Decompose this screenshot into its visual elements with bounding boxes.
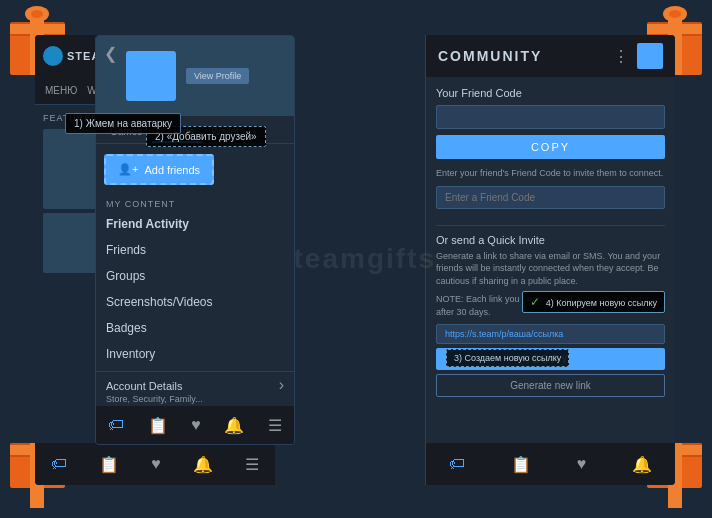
- community-menu-icon[interactable]: ⋮: [613, 47, 629, 66]
- community-bottom-nav: 🏷 📋 ♥ 🔔: [426, 443, 675, 485]
- svg-point-11: [669, 10, 681, 18]
- profile-avatar: [126, 51, 176, 101]
- menu-item-inventory[interactable]: Inventory: [96, 341, 294, 367]
- add-friends-label: Add friends: [144, 164, 200, 176]
- svg-rect-9: [647, 24, 702, 34]
- account-arrow-icon: ›: [279, 376, 284, 394]
- profile-bnav-menu[interactable]: ☰: [268, 416, 282, 435]
- bottom-nav-tag-icon[interactable]: 🏷: [51, 455, 67, 473]
- svg-point-4: [25, 6, 49, 22]
- menu-item-friend-activity[interactable]: Friend Activity: [96, 211, 294, 237]
- svg-point-10: [663, 6, 687, 22]
- menu-item-badges[interactable]: Badges: [96, 315, 294, 341]
- add-friends-icon: 👤+: [118, 163, 138, 176]
- svg-rect-7: [647, 22, 702, 36]
- bottom-nav-heart-icon[interactable]: ♥: [151, 455, 161, 473]
- friend-code-helper-text: Enter your friend's Friend Code to invit…: [436, 167, 665, 180]
- friend-code-display-input[interactable]: [436, 105, 665, 129]
- profile-bnav-tag[interactable]: 🏷: [108, 416, 124, 434]
- profile-bnav-bell[interactable]: 🔔: [224, 416, 244, 435]
- bottom-nav-list-icon[interactable]: 📋: [99, 455, 119, 474]
- community-bnav-bell[interactable]: 🔔: [632, 455, 652, 474]
- menu-item-groups[interactable]: Groups: [96, 263, 294, 289]
- quick-invite-text: Generate a link to share via email or SM…: [436, 250, 665, 288]
- menu-item-friends[interactable]: Friends: [96, 237, 294, 263]
- community-bnav-list[interactable]: 📋: [511, 455, 531, 474]
- profile-bnav-list[interactable]: 📋: [148, 416, 168, 435]
- community-bnav-tag[interactable]: 🏷: [449, 455, 465, 473]
- step1-tooltip: 1) Жмем на аватарку: [65, 113, 181, 134]
- step4-tooltip: ✓ 4) Копируем новую ссылку: [522, 291, 665, 313]
- svg-point-5: [31, 10, 43, 18]
- community-content: Your Friend Code COPY Enter your friend'…: [426, 77, 675, 443]
- bottom-nav-bell-icon[interactable]: 🔔: [193, 455, 213, 474]
- steam-logo-icon: [43, 46, 63, 66]
- my-content-label: MY CONTENT: [96, 195, 294, 211]
- svg-rect-3: [10, 24, 65, 34]
- community-bnav-heart[interactable]: ♥: [577, 455, 587, 473]
- friend-code-section-label: Your Friend Code: [436, 87, 665, 99]
- checkmark-icon: ✓: [530, 295, 540, 309]
- quick-invite-label: Or send a Quick Invite: [436, 234, 665, 246]
- generate-link-button[interactable]: Generate new link: [436, 374, 665, 397]
- invite-link-input[interactable]: [436, 324, 665, 344]
- nav-menu[interactable]: МЕНЮ: [41, 83, 81, 98]
- profile-panel: ❮ View Profile 2) «Добавить друзей» Game…: [95, 35, 295, 445]
- step4-text: 4) Копируем новую ссылку: [546, 298, 657, 308]
- main-container: STEAM 🔍 ⋮ МЕНЮ WISHLIST WALLET 1) Жмем н…: [35, 35, 675, 485]
- enter-friend-code-input[interactable]: [436, 186, 665, 209]
- community-panel: COMMUNITY ⋮ Your Friend Code COPY Enter …: [425, 35, 675, 485]
- community-avatar[interactable]: [637, 43, 663, 69]
- community-header: COMMUNITY ⋮: [426, 35, 675, 77]
- divider-1: [436, 225, 665, 226]
- profile-bottom-nav: 🏷 📋 ♥ 🔔 ☰: [96, 406, 294, 444]
- step3-tooltip: 3) Создаем новую ссылку: [446, 349, 569, 367]
- profile-bnav-heart[interactable]: ♥: [191, 416, 201, 434]
- add-friends-button[interactable]: 👤+ Add friends: [104, 154, 214, 185]
- community-title: COMMUNITY: [438, 48, 605, 64]
- account-details-sub: Store, Security, Family...: [106, 394, 284, 404]
- steam-bottom-nav: 🏷 📋 ♥ 🔔 ☰: [35, 443, 275, 485]
- account-details-title: Account Details: [106, 380, 182, 392]
- menu-item-screenshots[interactable]: Screenshots/Videos: [96, 289, 294, 315]
- friend-code-copy-button[interactable]: COPY: [436, 135, 665, 159]
- account-details-item[interactable]: Account Details › Store, Security, Famil…: [96, 372, 294, 408]
- back-button[interactable]: ❮: [104, 44, 117, 63]
- view-profile-button[interactable]: View Profile: [186, 68, 249, 84]
- profile-header: ❮ View Profile: [96, 36, 294, 116]
- svg-rect-1: [10, 22, 65, 36]
- bottom-nav-menu-icon[interactable]: ☰: [245, 455, 259, 474]
